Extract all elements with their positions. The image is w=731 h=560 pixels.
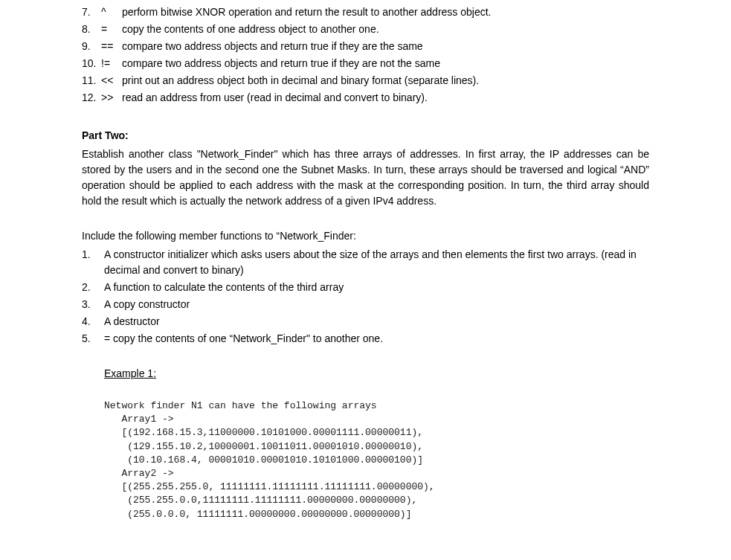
item-number: 4. bbox=[82, 314, 101, 329]
item-number: 3. bbox=[82, 297, 101, 312]
item-number: 8. bbox=[82, 22, 101, 37]
operator-item: 9. == compare two address objects and re… bbox=[82, 39, 649, 54]
operator-symbol: == bbox=[101, 39, 122, 54]
item-description: compare two address objects and return t… bbox=[122, 56, 649, 71]
item-number: 2. bbox=[82, 280, 101, 295]
operator-list: 7. ^ perform bitwise XNOR operation and … bbox=[82, 4, 649, 106]
item-number: 7. bbox=[82, 4, 101, 20]
item-description: compare two address objects and return t… bbox=[122, 39, 649, 54]
members-item: 5. = copy the contents of one “Network_F… bbox=[82, 331, 649, 347]
item-description: A constructor initializer which asks use… bbox=[101, 247, 649, 278]
members-item: 2. A function to calculate the contents … bbox=[82, 280, 649, 295]
example-heading: Example 1: bbox=[104, 366, 649, 382]
item-description: A destructor bbox=[101, 314, 649, 329]
members-item: 4. A destructor bbox=[82, 314, 649, 329]
members-item: 3. A copy constructor bbox=[82, 297, 649, 312]
operator-symbol: ^ bbox=[101, 4, 122, 20]
item-description: A copy constructor bbox=[101, 297, 649, 312]
item-description: copy the contents of one address object … bbox=[122, 22, 649, 37]
item-number: 12. bbox=[82, 90, 101, 106]
document-page: 7. ^ perform bitwise XNOR operation and … bbox=[0, 0, 731, 560]
part-two-heading: Part Two: bbox=[82, 128, 649, 144]
item-number: 10. bbox=[82, 56, 101, 71]
operator-item: 12. >> read an address from user (read i… bbox=[82, 90, 649, 106]
item-description: read an address from user (read in decim… bbox=[122, 90, 649, 106]
item-description: A function to calculate the contents of … bbox=[101, 280, 649, 295]
operator-item: 10. != compare two address objects and r… bbox=[82, 56, 649, 71]
item-number: 9. bbox=[82, 39, 101, 54]
members-list: 1. A constructor initializer which asks … bbox=[82, 247, 649, 347]
item-description: = copy the contents of one “Network_Find… bbox=[101, 331, 649, 347]
members-item: 1. A constructor initializer which asks … bbox=[82, 247, 649, 278]
part-two-paragraph: Establish another class "Network_Finder"… bbox=[82, 147, 649, 209]
example-code-block: Network finder N1 can have the following… bbox=[104, 399, 649, 521]
item-number: 1. bbox=[82, 247, 101, 278]
operator-symbol: >> bbox=[101, 90, 122, 106]
operator-symbol: = bbox=[101, 22, 122, 37]
operator-item: 7. ^ perform bitwise XNOR operation and … bbox=[82, 4, 649, 20]
item-number: 11. bbox=[82, 73, 101, 88]
operator-symbol: != bbox=[101, 56, 122, 71]
operator-symbol: << bbox=[101, 73, 122, 88]
item-number: 5. bbox=[82, 331, 101, 347]
item-description: perform bitwise XNOR operation and retur… bbox=[122, 4, 649, 20]
item-description: print out an address object both in deci… bbox=[122, 73, 649, 88]
members-intro: Include the following member functions t… bbox=[82, 228, 649, 244]
operator-item: 11. << print out an address object both … bbox=[82, 73, 649, 88]
operator-item: 8. = copy the contents of one address ob… bbox=[82, 22, 649, 37]
